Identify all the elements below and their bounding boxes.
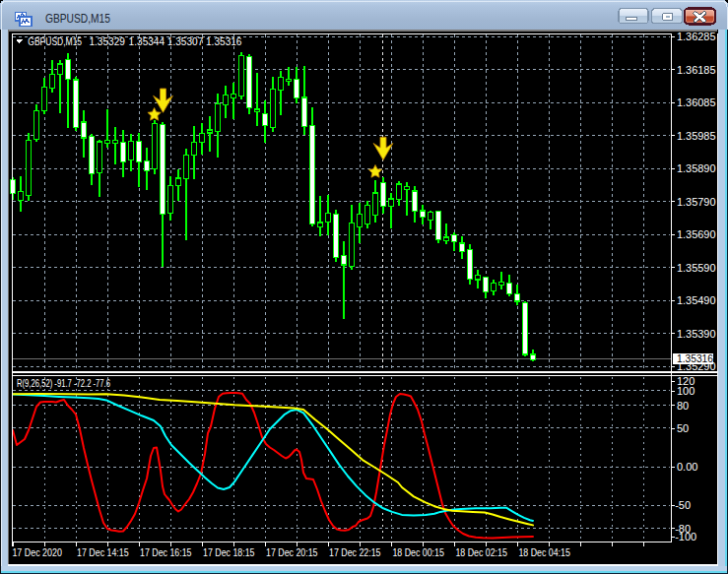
- svg-text:17 Dec 2020: 17 Dec 2020: [12, 546, 62, 558]
- svg-text:1.35316: 1.35316: [206, 35, 242, 47]
- svg-text:1.35490: 1.35490: [677, 294, 716, 306]
- svg-text:1.35344: 1.35344: [129, 35, 165, 47]
- svg-text:1.35890: 1.35890: [677, 162, 716, 174]
- svg-text:1.35790: 1.35790: [677, 196, 716, 208]
- svg-text:50: 50: [677, 422, 689, 434]
- svg-text:18 Dec 02:15: 18 Dec 02:15: [455, 546, 507, 558]
- svg-text:GBPUSD,M15: GBPUSD,M15: [45, 12, 110, 26]
- svg-text:GBPUSD,M15: GBPUSD,M15: [28, 35, 82, 47]
- svg-text:17 Dec 14:15: 17 Dec 14:15: [77, 546, 129, 558]
- svg-text:1.36085: 1.36085: [677, 96, 716, 108]
- svg-text:17 Dec 22:15: 17 Dec 22:15: [329, 546, 381, 558]
- svg-text:18 Dec 00:15: 18 Dec 00:15: [392, 546, 444, 558]
- svg-text:1.35307: 1.35307: [167, 35, 204, 47]
- svg-text:-100: -100: [675, 531, 696, 542]
- svg-text:-50: -50: [675, 499, 691, 511]
- svg-text:100: 100: [677, 385, 695, 397]
- svg-text:1.35590: 1.35590: [677, 262, 716, 274]
- svg-text:0.00: 0.00: [677, 461, 697, 473]
- svg-text:1.35985: 1.35985: [677, 130, 716, 142]
- svg-text:80: 80: [677, 400, 689, 412]
- svg-text:1.35690: 1.35690: [677, 228, 716, 240]
- svg-text:17 Dec 16:15: 17 Dec 16:15: [140, 546, 192, 558]
- svg-text:1.36285: 1.36285: [677, 31, 716, 42]
- svg-text:1.35329: 1.35329: [89, 35, 125, 47]
- svg-text:1.35316: 1.35316: [677, 352, 713, 364]
- svg-text:1.35390: 1.35390: [677, 328, 716, 340]
- svg-text:R(9,26,52) -91.7 -72.2 -77.6: R(9,26,52) -91.7 -72.2 -77.6: [17, 377, 110, 389]
- svg-text:17 Dec 20:15: 17 Dec 20:15: [266, 546, 318, 558]
- svg-text:18 Dec 04:15: 18 Dec 04:15: [518, 546, 570, 558]
- svg-text:17 Dec 18:15: 17 Dec 18:15: [203, 546, 255, 558]
- svg-text:1.36185: 1.36185: [677, 64, 716, 76]
